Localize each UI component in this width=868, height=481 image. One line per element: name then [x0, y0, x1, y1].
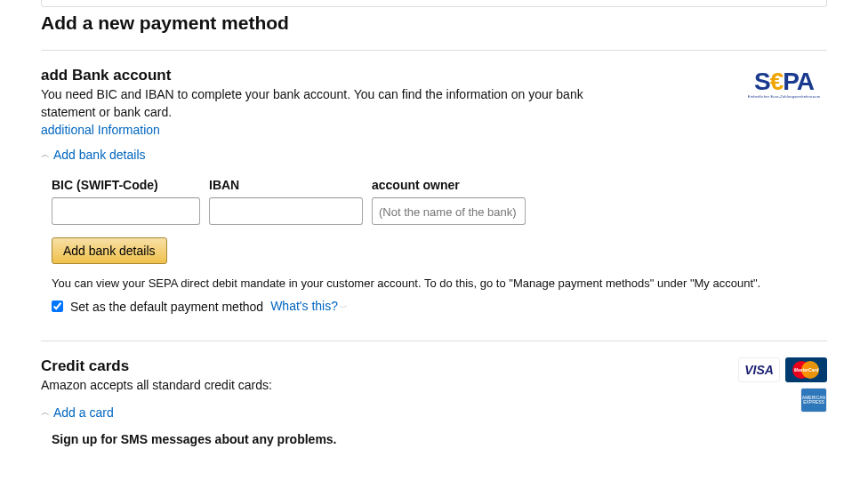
divider	[41, 50, 827, 51]
visa-logo: VISA	[738, 357, 780, 382]
cc-section-title: Credit cards	[41, 357, 614, 375]
chevron-down-icon: ﹀	[340, 303, 348, 312]
iban-label: IBAN	[209, 178, 363, 192]
cc-section-desc: Amazon accepts all standard credit cards…	[41, 377, 614, 395]
sepa-tagline: Einheitlicher Euro-Zahlungsverkehrsraum	[748, 94, 820, 99]
page-title: Add a new payment method	[41, 12, 827, 34]
additional-info-link[interactable]: additional Information	[41, 123, 160, 137]
divider	[41, 341, 827, 341]
bic-input[interactable]	[52, 197, 200, 225]
bank-section-title: add Bank account	[41, 67, 634, 84]
mandate-note: You can view your SEPA direct debit mand…	[52, 277, 827, 290]
cc-logos: VISA MasterCard AMERICAN EXPRESS	[738, 357, 827, 413]
add-card-toggle[interactable]: Add a card	[53, 405, 114, 420]
iban-input[interactable]	[209, 197, 363, 225]
chevron-up-icon: ︿	[41, 406, 50, 419]
account-owner-input[interactable]	[372, 197, 526, 225]
sepa-logo: S€PA Einheitlicher Euro-Zahlungsverkehrs…	[741, 67, 827, 100]
bank-account-section: add Bank account You need BIC and IBAN t…	[41, 67, 827, 314]
sms-note: Sign up for SMS messages about any probl…	[52, 432, 614, 446]
default-payment-label: Set as the default payment method	[70, 300, 263, 314]
amex-logo: AMERICAN EXPRESS	[800, 388, 827, 413]
default-payment-checkbox[interactable]	[52, 301, 63, 312]
bank-section-desc: You need BIC and IBAN to complete your b…	[41, 86, 634, 121]
credit-cards-section: Credit cards Amazon accepts all standard…	[41, 357, 827, 446]
add-bank-details-button[interactable]: Add bank details	[52, 237, 167, 264]
mastercard-logo: MasterCard	[785, 357, 827, 382]
owner-label: account owner	[372, 178, 526, 192]
previous-section-bottom	[41, 0, 827, 7]
whats-this-link[interactable]: What's this?﹀	[270, 299, 348, 314]
add-bank-details-toggle[interactable]: Add bank details	[53, 148, 146, 162]
chevron-up-icon: ︿	[41, 148, 50, 161]
bank-form: BIC (SWIFT-Code) IBAN account owner	[52, 178, 827, 225]
bic-label: BIC (SWIFT-Code)	[52, 178, 200, 192]
